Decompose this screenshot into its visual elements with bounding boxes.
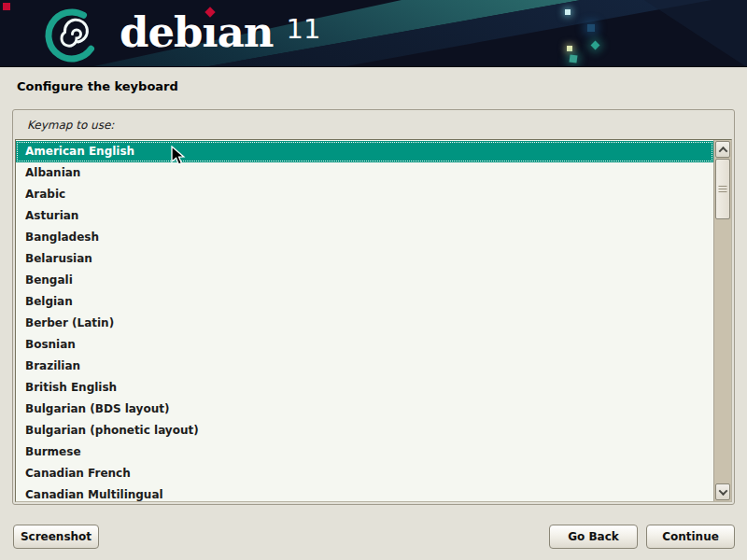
banner-decor-square (591, 41, 600, 50)
banner-decor-square (587, 24, 595, 32)
scroll-up-button[interactable] (715, 141, 730, 158)
chevron-down-icon (718, 486, 727, 496)
list-item[interactable]: Brazilian (16, 356, 713, 377)
list-item[interactable]: Bosnian (16, 334, 713, 356)
list-item[interactable]: American English (16, 141, 713, 162)
list-item[interactable]: Belarusian (16, 248, 713, 270)
go-back-button[interactable]: Go Back (549, 525, 638, 549)
scrollbar[interactable] (713, 140, 731, 501)
list-item[interactable]: Bulgarian (phonetic layout) (16, 420, 713, 441)
banner-decor-square (569, 54, 577, 63)
debian-swirl-logo-icon (41, 6, 106, 65)
scroll-down-button[interactable] (715, 483, 730, 500)
keymap-list: American EnglishAlbanianArabicAsturianBa… (16, 141, 713, 501)
keymap-frame: Keymap to use: American EnglishAlbanianA… (12, 109, 735, 505)
continue-button[interactable]: Continue (646, 525, 735, 549)
installer-banner: debıan 11 (0, 0, 747, 67)
list-item[interactable]: Bangladesh (16, 227, 713, 248)
keymap-label: Keymap to use: (27, 119, 114, 132)
list-item[interactable]: Albanian (16, 162, 713, 184)
mouse-cursor (171, 146, 188, 166)
list-item[interactable]: Belgian (16, 291, 713, 313)
banner-decor-square (567, 46, 572, 51)
scrollbar-thumb[interactable] (715, 159, 730, 219)
list-item[interactable]: Burmese (16, 441, 713, 463)
list-item[interactable]: Canadian French (16, 463, 713, 484)
list-item[interactable]: Asturian (16, 205, 713, 227)
banner-red-square (3, 3, 10, 10)
list-item[interactable]: Arabic (16, 184, 713, 205)
debian-wordmark: debıan (120, 0, 274, 65)
debian-logotype: debıan 11 (120, 0, 320, 67)
debian-version: 11 (287, 13, 321, 45)
banner-decor-square (565, 9, 571, 15)
keymap-listbox: American EnglishAlbanianArabicAsturianBa… (15, 139, 732, 502)
list-item[interactable]: Canadian Multilingual (16, 484, 713, 501)
list-item[interactable]: British English (16, 377, 713, 399)
list-item[interactable]: Bulgarian (BDS layout) (16, 399, 713, 420)
list-item[interactable]: Berber (Latin) (16, 313, 713, 334)
page-title: Configure the keyboard (17, 79, 178, 93)
chevron-up-icon (718, 146, 727, 155)
list-item[interactable]: Bengali (16, 270, 713, 291)
screenshot-button[interactable]: Screenshot (13, 525, 99, 549)
scrollbar-grip-icon (719, 186, 727, 193)
